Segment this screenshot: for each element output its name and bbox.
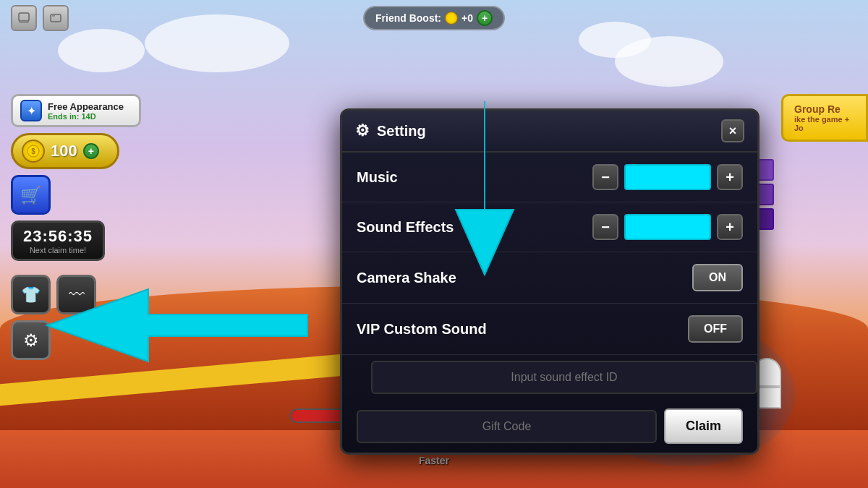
timer-time: 23:56:35 (22, 227, 94, 246)
group-reward[interactable]: Group Re ike the game + Jo (781, 94, 868, 142)
close-button[interactable]: × (721, 119, 744, 142)
modal-body: Music − + Sound Effects − + Camera Shake… (342, 153, 757, 453)
svg-rect-3 (52, 14, 55, 17)
camera-shake-toggle[interactable]: ON (692, 264, 743, 291)
timer-label: Next claim time! (22, 246, 94, 254)
sfx-plus-btn[interactable]: + (717, 214, 743, 240)
camera-shake-row: Camera Shake ON (342, 252, 757, 304)
friend-boost-plus[interactable]: + (477, 10, 493, 26)
sound-id-row (342, 355, 757, 400)
free-appearance-title: Free Appearance (48, 101, 124, 112)
gift-code-input[interactable] (357, 410, 657, 443)
top-left-buttons (11, 5, 69, 31)
window-btn-1[interactable] (11, 5, 37, 31)
coins-display: $ 100 + (11, 133, 119, 169)
svg-text:$: $ (31, 147, 35, 155)
bottom-icons: 👕 〰 ⚙ (11, 275, 96, 360)
shirt-button[interactable]: 👕 (11, 275, 51, 314)
coin-symbol: $ (26, 144, 41, 158)
window-btn-2[interactable] (43, 5, 69, 31)
svg-rect-1 (19, 21, 29, 23)
coins-plus[interactable]: + (83, 143, 99, 159)
coin-icon (445, 12, 458, 25)
window-icon (18, 12, 30, 24)
top-hud: Friend Boost: +0 + (0, 0, 868, 36)
free-appearance-subtitle: Ends in: 14D (48, 112, 124, 121)
group-reward-subtitle: ike the game + Jo (794, 115, 855, 132)
music-row: Music − + (342, 153, 757, 202)
coins-icon: $ (22, 140, 45, 163)
speed-label: Faster (419, 455, 449, 466)
friend-boost: Friend Boost: +0 + (363, 6, 505, 30)
vip-sound-row: VIP Custom Sound OFF (342, 304, 757, 355)
settings-modal: ⚙ Setting × Music − + Sound Effects − + (340, 108, 760, 455)
left-panel: ✦ Free Appearance Ends in: 14D $ 100 + 🛒… (11, 94, 141, 261)
coins-amount: 100 (51, 142, 77, 160)
emote-button[interactable]: 〰 (56, 275, 96, 314)
settings-button[interactable]: ⚙ (11, 320, 51, 360)
music-plus-btn[interactable]: + (717, 164, 743, 190)
modal-header: ⚙ Setting × (342, 111, 757, 153)
sound-effects-control: − + (592, 214, 743, 240)
sound-effects-label: Sound Effects (357, 219, 454, 236)
music-label: Music (357, 169, 398, 186)
friend-boost-label: Friend Boost: (375, 12, 441, 24)
gift-code-row: Claim (342, 400, 757, 453)
cart-button[interactable]: 🛒 (11, 175, 51, 215)
icon-row-2: ⚙ (11, 320, 96, 360)
camera-shake-label: Camera Shake (357, 270, 456, 286)
music-slider[interactable] (624, 164, 711, 190)
music-control: − + (592, 164, 743, 190)
sfx-minus-btn[interactable]: − (592, 214, 618, 240)
sfx-slider[interactable] (624, 214, 711, 240)
free-appearance-icon: ✦ (20, 100, 42, 121)
settings-title-text: Setting (377, 123, 426, 140)
free-appearance-banner[interactable]: ✦ Free Appearance Ends in: 14D (11, 94, 141, 127)
vip-sound-toggle[interactable]: OFF (688, 315, 743, 343)
icon-row-1: 👕 〰 (11, 275, 96, 314)
friend-boost-value: +0 (461, 12, 473, 24)
minimize-icon (50, 12, 61, 24)
svg-rect-0 (19, 13, 29, 21)
sound-id-input[interactable] (371, 361, 757, 394)
timer-display: 23:56:35 Next claim time! (11, 221, 105, 261)
claim-button[interactable]: Claim (664, 408, 743, 444)
group-reward-title: Group Re (794, 103, 855, 115)
free-appearance-text: Free Appearance Ends in: 14D (48, 101, 124, 121)
vip-sound-label: VIP Custom Sound (357, 321, 487, 338)
modal-title: ⚙ Setting (355, 121, 426, 140)
music-minus-btn[interactable]: − (592, 164, 618, 190)
settings-gear-icon: ⚙ (355, 121, 370, 140)
sound-effects-row: Sound Effects − + (342, 202, 757, 252)
